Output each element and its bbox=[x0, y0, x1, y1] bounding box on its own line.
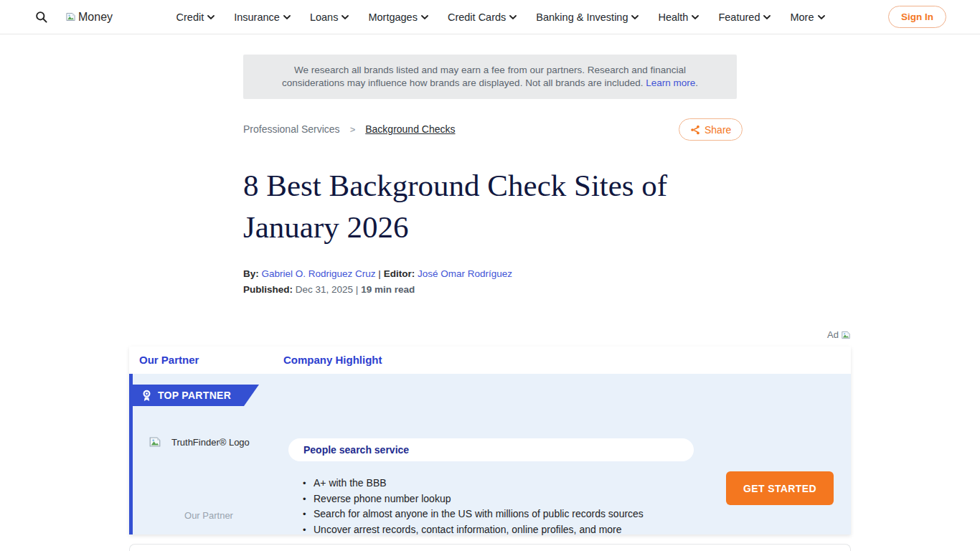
service-category-pill: People search service bbox=[288, 438, 694, 461]
nav-item-banking-investing[interactable]: Banking & Investing bbox=[536, 11, 639, 23]
affiliate-disclaimer: We research all brands listed and may ea… bbox=[243, 55, 737, 99]
partner-logo-column: TruthFinder® Logo Our Partner bbox=[133, 374, 285, 534]
service-category-label: People search service bbox=[303, 444, 409, 456]
top-nav-bar: Money Credit Insurance Loans Mortgages C… bbox=[0, 0, 980, 34]
chevron-down-icon bbox=[692, 15, 699, 19]
nav-item-credit[interactable]: Credit bbox=[176, 11, 215, 23]
search-button[interactable] bbox=[34, 10, 48, 24]
byline: By: Gabriel O. Rodriguez Cruz | Editor: … bbox=[243, 268, 512, 279]
nav-item-featured[interactable]: Featured bbox=[718, 11, 771, 23]
page-title: 8 Best Background Check Sites of January… bbox=[243, 165, 745, 249]
sign-in-button[interactable]: Sign In bbox=[888, 6, 946, 28]
highlight-bullet: Reverse phone number lookup bbox=[303, 491, 705, 507]
breadcrumb-separator: > bbox=[350, 124, 356, 135]
chevron-down-icon bbox=[763, 15, 771, 19]
share-button[interactable]: Share bbox=[679, 118, 743, 141]
breadcrumb-parent[interactable]: Professional Services bbox=[243, 123, 340, 135]
highlight-bullet: Uncover arrest records, contact informat… bbox=[303, 522, 705, 538]
column-header-company-highlight: Company Highlight bbox=[283, 354, 382, 366]
chevron-down-icon bbox=[631, 15, 639, 19]
broken-image-icon bbox=[149, 435, 161, 448]
chevron-down-icon bbox=[818, 15, 825, 19]
chevron-down-icon bbox=[283, 15, 291, 19]
chevron-down-icon bbox=[341, 15, 349, 19]
chevron-down-icon bbox=[207, 15, 215, 19]
published-date: Dec 31, 2025 bbox=[296, 284, 353, 295]
page: Money Credit Insurance Loans Mortgages C… bbox=[0, 0, 980, 551]
disclaimer-text: We research all brands listed and may ea… bbox=[282, 65, 686, 88]
broken-image-icon bbox=[65, 11, 76, 22]
breadcrumb-current[interactable]: Background Checks bbox=[365, 123, 455, 135]
nav-item-health[interactable]: Health bbox=[658, 11, 699, 23]
share-icon bbox=[690, 125, 700, 135]
chevron-down-icon bbox=[421, 15, 428, 19]
money-logo[interactable]: Money bbox=[65, 11, 113, 24]
nav-item-insurance[interactable]: Insurance bbox=[234, 11, 291, 23]
column-header-our-partner: Our Partner bbox=[139, 354, 199, 366]
logo-alt-text: TruthFinder® Logo bbox=[171, 437, 250, 448]
highlight-bullet: A+ with the BBB bbox=[303, 476, 705, 491]
truthfinder-logo[interactable]: TruthFinder® Logo bbox=[149, 435, 250, 448]
our-partner-caption: Our Partner bbox=[133, 510, 285, 521]
nav-item-credit-cards[interactable]: Credit Cards bbox=[448, 11, 517, 23]
published-line: Published: Dec 31, 2025 | 19 min read bbox=[243, 284, 415, 295]
nav-item-more[interactable]: More bbox=[790, 11, 824, 23]
nav-item-loans[interactable]: Loans bbox=[310, 11, 349, 23]
author-link[interactable]: Gabriel O. Rodriguez Cruz bbox=[262, 268, 376, 279]
card-header-row: Our Partner Company Highlight bbox=[129, 347, 851, 374]
editor-link[interactable]: José Omar Rodríguez bbox=[418, 268, 512, 279]
next-partner-row-peek bbox=[129, 544, 851, 551]
get-started-button[interactable]: GET STARTED bbox=[726, 471, 834, 505]
logo-text: Money bbox=[78, 11, 113, 24]
highlight-bullet-list: A+ with the BBB Reverse phone number loo… bbox=[303, 476, 705, 537]
top-partner-row: TOP PARTNER TruthFinder® Logo Our Partne… bbox=[129, 374, 851, 534]
chevron-down-icon bbox=[509, 15, 517, 19]
ad-label: Ad bbox=[827, 329, 851, 340]
main-nav: Credit Insurance Loans Mortgages Credit … bbox=[113, 11, 888, 23]
share-label: Share bbox=[705, 124, 731, 136]
nav-item-mortgages[interactable]: Mortgages bbox=[368, 11, 428, 23]
partner-comparison-card: Our Partner Company Highlight TOP PARTNE… bbox=[129, 347, 851, 534]
highlight-bullet: Search for almost anyone in the US with … bbox=[303, 507, 705, 522]
search-icon bbox=[34, 10, 48, 24]
read-time: 19 min read bbox=[361, 284, 415, 295]
learn-more-link[interactable]: Learn more bbox=[646, 77, 695, 88]
breadcrumb: Professional Services > Background Check… bbox=[243, 123, 456, 135]
broken-image-icon bbox=[841, 330, 851, 340]
